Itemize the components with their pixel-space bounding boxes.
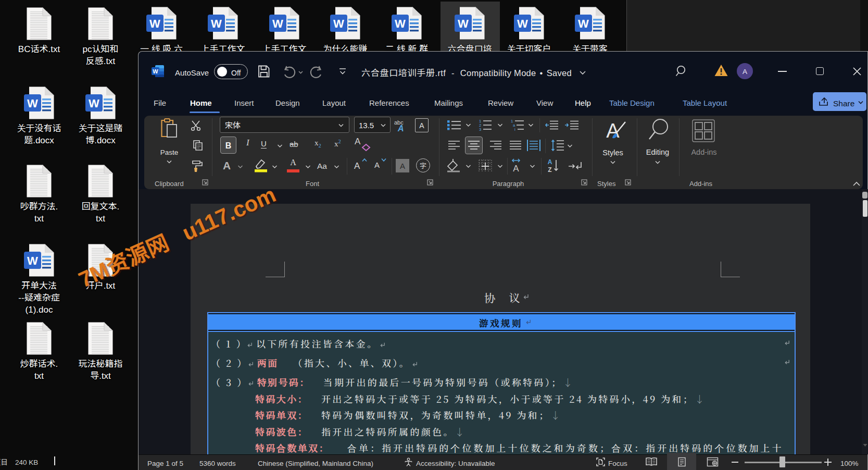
svg-text:W: W bbox=[578, 17, 589, 30]
svg-text:W: W bbox=[211, 17, 222, 30]
svg-text:W: W bbox=[395, 17, 406, 30]
svg-text:i: i bbox=[514, 127, 515, 132]
svg-text:Z: Z bbox=[548, 166, 551, 174]
svg-text:W: W bbox=[458, 17, 469, 30]
svg-text:W: W bbox=[153, 68, 158, 75]
svg-text:3: 3 bbox=[479, 127, 481, 132]
svg-text:A: A bbox=[513, 164, 519, 172]
svg-text:W: W bbox=[517, 17, 528, 30]
svg-text:W: W bbox=[27, 254, 38, 267]
svg-text:W: W bbox=[333, 17, 344, 30]
svg-text:W: W bbox=[149, 17, 160, 30]
svg-text:W: W bbox=[89, 97, 99, 110]
svg-text:A: A bbox=[548, 158, 552, 166]
svg-text:W: W bbox=[27, 97, 38, 110]
svg-text:W: W bbox=[272, 17, 283, 30]
